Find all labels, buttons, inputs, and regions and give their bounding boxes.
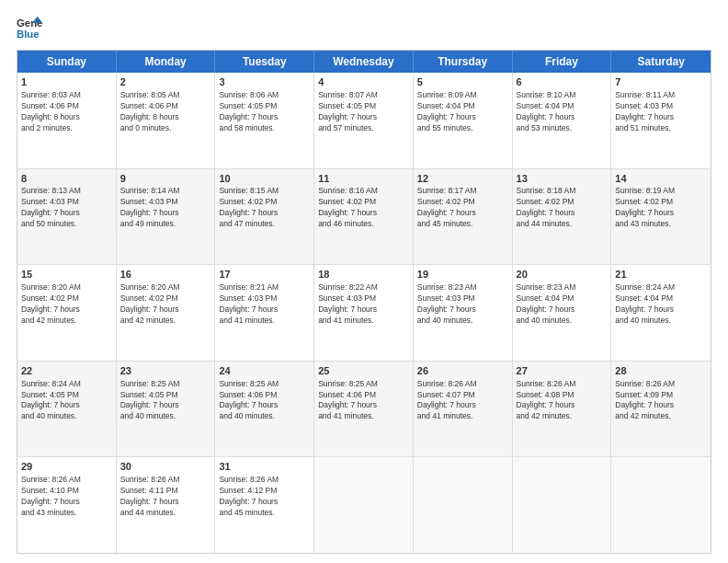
day-info: Sunrise: 8:20 AMSunset: 4:02 PMDaylight:… [21, 282, 112, 327]
header: General Blue [17, 15, 711, 40]
day-info: Sunrise: 8:20 AMSunset: 4:02 PMDaylight:… [120, 282, 211, 327]
calendar-row-1: 1Sunrise: 8:03 AMSunset: 4:06 PMDaylight… [17, 73, 711, 168]
day-number: 22 [21, 364, 112, 378]
day-info: Sunrise: 8:25 AMSunset: 4:06 PMDaylight:… [219, 379, 310, 423]
day-number: 1 [21, 75, 112, 89]
day-info: Sunrise: 8:14 AMSunset: 4:03 PMDaylight:… [120, 186, 211, 230]
day-number: 20 [517, 268, 608, 282]
day-info: Sunrise: 8:11 AMSunset: 4:03 PMDaylight:… [615, 90, 707, 134]
logo-icon: General Blue [17, 15, 42, 40]
day-info: Sunrise: 8:07 AMSunset: 4:05 PMDaylight:… [318, 90, 409, 134]
svg-text:Blue: Blue [17, 29, 40, 40]
header-day-tuesday: Tuesday [215, 51, 314, 73]
table-row: 18Sunrise: 8:22 AMSunset: 4:03 PMDayligh… [314, 265, 414, 361]
day-info: Sunrise: 8:18 AMSunset: 4:02 PMDaylight:… [517, 186, 608, 230]
day-info: Sunrise: 8:26 AMSunset: 4:07 PMDaylight:… [417, 379, 508, 423]
day-number: 2 [120, 75, 211, 89]
table-row: 10Sunrise: 8:15 AMSunset: 4:02 PMDayligh… [215, 169, 314, 265]
table-row: 2Sunrise: 8:05 AMSunset: 4:06 PMDaylight… [117, 73, 216, 168]
table-row: 29Sunrise: 8:26 AMSunset: 4:10 PMDayligh… [17, 457, 117, 553]
calendar-row-2: 8Sunrise: 8:13 AMSunset: 4:03 PMDaylight… [17, 168, 711, 265]
day-info: Sunrise: 8:17 AMSunset: 4:02 PMDaylight:… [417, 186, 508, 230]
header-day-sunday: Sunday [17, 51, 117, 73]
day-info: Sunrise: 8:06 AMSunset: 4:05 PMDaylight:… [219, 90, 310, 134]
table-row: 8Sunrise: 8:13 AMSunset: 4:03 PMDaylight… [17, 169, 117, 265]
day-number: 7 [615, 75, 707, 89]
table-row: 24Sunrise: 8:25 AMSunset: 4:06 PMDayligh… [215, 362, 314, 457]
table-row: 21Sunrise: 8:24 AMSunset: 4:04 PMDayligh… [611, 265, 711, 361]
day-info: Sunrise: 8:10 AMSunset: 4:04 PMDaylight:… [517, 90, 608, 134]
table-row: 19Sunrise: 8:23 AMSunset: 4:03 PMDayligh… [414, 265, 513, 361]
table-row: 1Sunrise: 8:03 AMSunset: 4:06 PMDaylight… [17, 73, 117, 168]
table-row: 7Sunrise: 8:11 AMSunset: 4:03 PMDaylight… [611, 73, 711, 168]
day-info: Sunrise: 8:03 AMSunset: 4:06 PMDaylight:… [21, 90, 112, 134]
day-info: Sunrise: 8:13 AMSunset: 4:03 PMDaylight:… [21, 186, 112, 230]
day-number: 26 [417, 364, 508, 378]
header-day-friday: Friday [513, 51, 612, 73]
day-info: Sunrise: 8:23 AMSunset: 4:03 PMDaylight:… [417, 282, 508, 327]
day-number: 23 [120, 364, 211, 378]
day-info: Sunrise: 8:22 AMSunset: 4:03 PMDaylight:… [318, 282, 409, 327]
table-row: 16Sunrise: 8:20 AMSunset: 4:02 PMDayligh… [117, 265, 216, 361]
day-number: 10 [219, 172, 310, 186]
table-row: 5Sunrise: 8:09 AMSunset: 4:04 PMDaylight… [414, 73, 513, 168]
logo: General Blue [17, 15, 42, 40]
table-row: 20Sunrise: 8:23 AMSunset: 4:04 PMDayligh… [513, 265, 612, 361]
day-number: 4 [318, 75, 409, 89]
table-row: 22Sunrise: 8:24 AMSunset: 4:05 PMDayligh… [17, 362, 117, 457]
day-info: Sunrise: 8:05 AMSunset: 4:06 PMDaylight:… [120, 90, 211, 134]
day-info: Sunrise: 8:23 AMSunset: 4:04 PMDaylight:… [517, 282, 608, 327]
calendar-row-3: 15Sunrise: 8:20 AMSunset: 4:02 PMDayligh… [17, 264, 711, 361]
table-row: 3Sunrise: 8:06 AMSunset: 4:05 PMDaylight… [215, 73, 314, 168]
table-row: 28Sunrise: 8:26 AMSunset: 4:09 PMDayligh… [611, 362, 711, 457]
table-row: 27Sunrise: 8:26 AMSunset: 4:08 PMDayligh… [513, 362, 612, 457]
day-info: Sunrise: 8:25 AMSunset: 4:05 PMDaylight:… [120, 379, 211, 423]
table-row [513, 457, 612, 553]
day-info: Sunrise: 8:25 AMSunset: 4:06 PMDaylight:… [318, 379, 409, 423]
table-row: 4Sunrise: 8:07 AMSunset: 4:05 PMDaylight… [314, 73, 414, 168]
table-row: 23Sunrise: 8:25 AMSunset: 4:05 PMDayligh… [117, 362, 216, 457]
table-row: 14Sunrise: 8:19 AMSunset: 4:02 PMDayligh… [611, 169, 711, 265]
day-number: 9 [120, 172, 211, 186]
table-row: 9Sunrise: 8:14 AMSunset: 4:03 PMDaylight… [117, 169, 216, 265]
day-number: 16 [120, 268, 211, 282]
day-number: 15 [21, 268, 112, 282]
day-number: 11 [318, 172, 409, 186]
day-info: Sunrise: 8:26 AMSunset: 4:12 PMDaylight:… [219, 475, 310, 519]
table-row: 13Sunrise: 8:18 AMSunset: 4:02 PMDayligh… [513, 169, 612, 265]
day-number: 12 [417, 172, 508, 186]
table-row: 15Sunrise: 8:20 AMSunset: 4:02 PMDayligh… [17, 265, 117, 361]
day-number: 14 [615, 172, 707, 186]
table-row: 25Sunrise: 8:25 AMSunset: 4:06 PMDayligh… [314, 362, 414, 457]
day-info: Sunrise: 8:21 AMSunset: 4:03 PMDaylight:… [219, 282, 310, 327]
calendar: SundayMondayTuesdayWednesdayThursdayFrid… [17, 50, 711, 554]
day-number: 28 [615, 364, 707, 378]
day-info: Sunrise: 8:26 AMSunset: 4:10 PMDaylight:… [21, 475, 112, 519]
header-day-wednesday: Wednesday [314, 51, 414, 73]
day-number: 30 [120, 460, 211, 474]
day-info: Sunrise: 8:26 AMSunset: 4:09 PMDaylight:… [615, 379, 707, 423]
day-number: 17 [219, 268, 310, 282]
table-row: 11Sunrise: 8:16 AMSunset: 4:02 PMDayligh… [314, 169, 414, 265]
day-number: 6 [517, 75, 608, 89]
day-info: Sunrise: 8:09 AMSunset: 4:04 PMDaylight:… [417, 90, 508, 134]
day-number: 21 [615, 268, 707, 282]
calendar-row-4: 22Sunrise: 8:24 AMSunset: 4:05 PMDayligh… [17, 361, 711, 457]
table-row: 17Sunrise: 8:21 AMSunset: 4:03 PMDayligh… [215, 265, 314, 361]
day-number: 18 [318, 268, 409, 282]
table-row: 6Sunrise: 8:10 AMSunset: 4:04 PMDaylight… [513, 73, 612, 168]
table-row: 12Sunrise: 8:17 AMSunset: 4:02 PMDayligh… [414, 169, 513, 265]
day-number: 13 [517, 172, 608, 186]
day-info: Sunrise: 8:24 AMSunset: 4:04 PMDaylight:… [615, 282, 707, 327]
calendar-header: SundayMondayTuesdayWednesdayThursdayFrid… [17, 51, 711, 73]
day-info: Sunrise: 8:26 AMSunset: 4:11 PMDaylight:… [120, 475, 211, 519]
day-number: 29 [21, 460, 112, 474]
table-row [414, 457, 513, 553]
table-row: 31Sunrise: 8:26 AMSunset: 4:12 PMDayligh… [215, 457, 314, 553]
day-number: 24 [219, 364, 310, 378]
day-number: 27 [517, 364, 608, 378]
header-day-monday: Monday [117, 51, 216, 73]
day-number: 3 [219, 75, 310, 89]
table-row: 26Sunrise: 8:26 AMSunset: 4:07 PMDayligh… [414, 362, 513, 457]
calendar-row-5: 29Sunrise: 8:26 AMSunset: 4:10 PMDayligh… [17, 456, 711, 553]
